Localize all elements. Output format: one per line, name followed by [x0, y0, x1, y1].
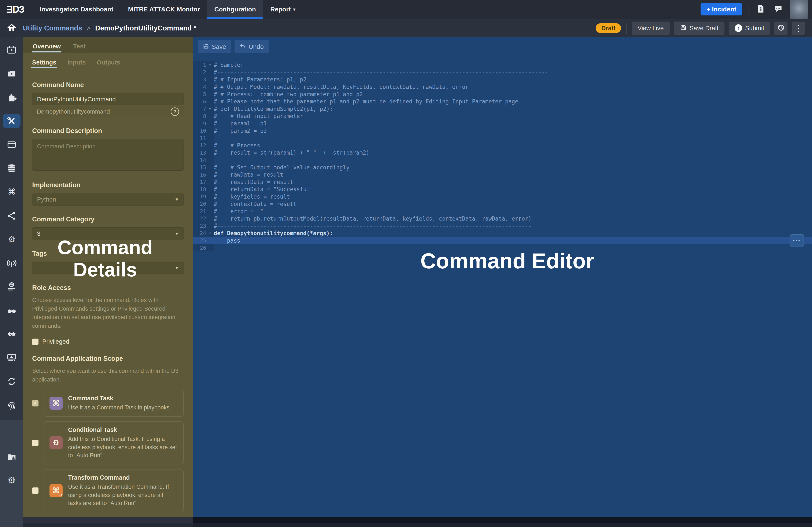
- code-line-15[interactable]: 15# # Set Output model value accordingly: [193, 164, 812, 171]
- line-number: 16: [193, 172, 206, 178]
- scope-description: Add this to Conditional Task. If using a…: [68, 435, 178, 459]
- code-line-9[interactable]: 9# param1 = p1: [193, 120, 812, 127]
- bottom-bar-left-lower: [23, 523, 193, 527]
- calendar-play-icon: [3, 43, 20, 57]
- sidebar-item-globe-feed[interactable]: [0, 275, 23, 298]
- command-name-input[interactable]: [32, 93, 184, 105]
- privileged-checkbox[interactable]: [32, 339, 39, 345]
- code-line-16[interactable]: 16# rawData = result: [193, 171, 812, 178]
- code-line-4[interactable]: 4# # Output Model: rawData, resultData, …: [193, 83, 812, 91]
- sidebar-item-fingerprint[interactable]: [0, 393, 23, 417]
- sidebar-item-command[interactable]: ⌘: [0, 180, 23, 204]
- fold-arrow-icon[interactable]: ▾: [206, 107, 214, 111]
- code-line-26[interactable]: 26: [193, 244, 812, 252]
- subtab-inputs[interactable]: Inputs: [67, 59, 86, 69]
- subtab-outputs[interactable]: Outputs: [97, 59, 120, 69]
- line-actions-button[interactable]: •••: [790, 234, 804, 247]
- code-line-19[interactable]: 19# keyfields = result: [193, 193, 812, 201]
- sidebar-item-video-library[interactable]: [0, 62, 23, 85]
- tags-select[interactable]: ▼: [32, 262, 184, 274]
- code-line-8[interactable]: 8# # Read input parameter: [193, 113, 812, 120]
- sidebar-item-api-gear[interactable]: ⚙: [0, 228, 23, 251]
- home-button[interactable]: [7, 23, 16, 33]
- code-line-1[interactable]: 1▾# Sample:: [193, 61, 812, 69]
- code-text: #---------------------------------------…: [214, 69, 548, 75]
- subtab-settings[interactable]: Settings: [32, 59, 56, 69]
- document-info-button[interactable]: [755, 4, 766, 15]
- chat-button[interactable]: [773, 4, 784, 15]
- code-text: # return pb.returnOutputModel(resultData…: [214, 216, 532, 222]
- sidebar-item-binoculars[interactable]: [0, 298, 23, 322]
- more-options-button[interactable]: ⋮: [792, 21, 805, 35]
- code-line-20[interactable]: 20# contextData = result: [193, 200, 812, 208]
- code-line-3[interactable]: 3# # Input Parameters: p1, p2: [193, 76, 812, 83]
- sidebar-item-database[interactable]: [0, 157, 23, 180]
- command-category-select[interactable]: 3 ▼: [32, 227, 184, 240]
- code-line-11[interactable]: 11: [193, 134, 812, 142]
- code-line-23[interactable]: 23#-------------------------------------…: [193, 222, 812, 230]
- code-line-5[interactable]: 5# # Process: combine two parameter p1 a…: [193, 90, 812, 98]
- code-line-21[interactable]: 21# error = "": [193, 208, 812, 215]
- new-incident-button[interactable]: + Incident: [700, 3, 742, 15]
- sidebar-item-tools[interactable]: [0, 109, 23, 133]
- fold-arrow-icon[interactable]: ▾: [206, 63, 214, 67]
- scope-card-conditional-task[interactable]: ÐConditional TaskAdd this to Conditional…: [44, 421, 184, 464]
- sidebar-item-folder-user[interactable]: [0, 450, 23, 464]
- code-line-10[interactable]: 10# param2 = p2: [193, 127, 812, 134]
- command-description-textarea[interactable]: [32, 139, 184, 171]
- scope-card-transform-command[interactable]: ⌘↺Transform CommandUse it as a Transform…: [44, 469, 184, 512]
- fold-arrow-icon[interactable]: ▾: [206, 231, 214, 235]
- binoculars-icon: [3, 304, 20, 318]
- code-line-14[interactable]: 14: [193, 157, 812, 164]
- breadcrumb-utility-commands[interactable]: Utility Commands: [23, 24, 82, 32]
- sidebar-item-calendar-play[interactable]: [0, 38, 23, 62]
- code-line-22[interactable]: 22# return pb.returnOutputModel(resultDa…: [193, 215, 812, 222]
- nav-item-configuration[interactable]: Configuration: [207, 0, 263, 19]
- caret-down-icon: ▼: [175, 231, 179, 236]
- code-line-17[interactable]: 17# resultData = result: [193, 178, 812, 186]
- submit-button[interactable]: ↑ Submit: [729, 21, 770, 35]
- implementation-select[interactable]: Python ▼: [32, 193, 184, 206]
- scope-checkbox-transform-command[interactable]: [32, 487, 39, 494]
- nav-item-label: Report: [270, 6, 291, 13]
- sidebar-item-puzzle[interactable]: [0, 85, 23, 109]
- editor-save-button[interactable]: Save: [198, 40, 231, 53]
- code-line-6[interactable]: 6# # Please note that the parameter p1 a…: [193, 98, 812, 105]
- code-line-25[interactable]: 25 pass: [193, 237, 812, 244]
- code-line-13[interactable]: 13# result = str(param1) + " " + str(par…: [193, 149, 812, 157]
- scope-card-command-task[interactable]: ⌘Command TaskUse it as a Command Task in…: [44, 390, 184, 416]
- save-draft-button[interactable]: Save Draft: [674, 21, 724, 35]
- code-line-24[interactable]: 24▾def Demopythonutilitycommand(*args):: [193, 230, 812, 237]
- nav-item-investigation-dashboard[interactable]: Investigation Dashboard: [32, 0, 121, 19]
- view-live-button[interactable]: View Live: [632, 21, 670, 35]
- tab-test[interactable]: Test: [73, 43, 85, 53]
- editor-hscrollbar-track[interactable]: [193, 517, 812, 523]
- sync-icon: [3, 375, 20, 389]
- code-line-12[interactable]: 12# # Process: [193, 142, 812, 149]
- scope-description: Use it as a Transformation Command. If u…: [68, 483, 178, 507]
- help-icon[interactable]: ?: [171, 107, 179, 116]
- sidebar-item-card-board[interactable]: [0, 133, 23, 157]
- code-editor-area[interactable]: 1▾# Sample:2#---------------------------…: [193, 61, 812, 251]
- scope-checkbox-conditional-task[interactable]: [32, 440, 39, 446]
- sidebar-item-alert-report[interactable]: [0, 346, 23, 370]
- code-line-7[interactable]: 7▾# def UtilityCommandSample2(p1, p2):: [193, 105, 812, 113]
- nav-item-mitre-att-ck-monitor[interactable]: MITRE ATT&CK Monitor: [121, 0, 207, 19]
- sidebar-item-share-nodes[interactable]: [0, 204, 23, 228]
- user-avatar[interactable]: [790, 0, 808, 19]
- tab-overview[interactable]: Overview: [32, 43, 61, 53]
- scope-row-transform-command: ⌘↺Transform CommandUse it as a Transform…: [32, 469, 184, 512]
- sidebar-item-settings-gear[interactable]: ⚙: [0, 473, 23, 487]
- sidebar-item-broadcast[interactable]: [0, 251, 23, 275]
- code-line-2[interactable]: 2#--------------------------------------…: [193, 69, 812, 76]
- d3-logo[interactable]: ƎD3: [6, 4, 24, 15]
- command-icon: ⌘: [3, 185, 20, 199]
- sidebar-item-handshake[interactable]: [0, 322, 23, 346]
- sidebar-item-sync[interactable]: [0, 370, 23, 393]
- code-line-18[interactable]: 18# returnData = "Successful": [193, 186, 812, 193]
- nav-item-report[interactable]: Report▾: [263, 0, 303, 19]
- version-history-button[interactable]: [774, 21, 787, 35]
- editor-undo-button[interactable]: Undo: [234, 40, 269, 53]
- scope-checkbox-command-task[interactable]: ✓: [32, 400, 39, 407]
- editor-save-label: Save: [212, 43, 226, 50]
